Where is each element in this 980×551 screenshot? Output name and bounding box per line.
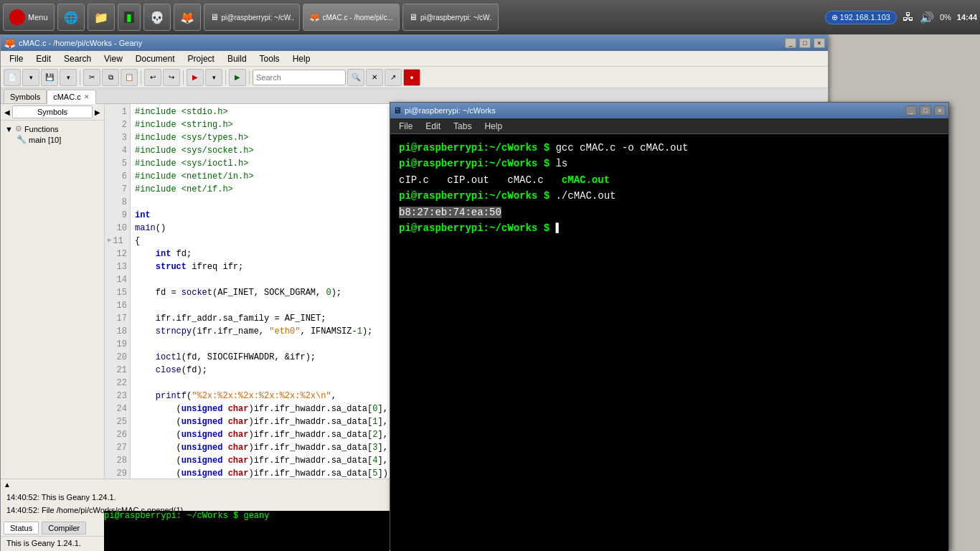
terminal-icon: ▮ [124,11,134,23]
terminal-line-6: pi@raspberrypi:~/cWorks $ ▌ [399,220,940,236]
terminal-window-title: pi@raspberrypi: ~/cWorks [405,106,903,115]
terminal-line-1: pi@raspberrypi:~/cWorks $ gcc cMAC.c -o … [399,140,940,156]
new-file-button[interactable]: 📄 [4,69,21,86]
cut-button[interactable]: ✂ [83,69,100,86]
task-tab-geany[interactable]: 🦊 cMAC.c - /home/pi/c... [303,4,400,31]
line-numbers: 12345 678910 ▶11 1213141516 1718192021 2… [105,104,131,479]
functions-item[interactable]: ▼ ⚙ Functions [4,123,101,134]
volume-icon: 🔊 [920,11,934,24]
geany-menubar: File Edit Search View Document Project B… [1,51,828,67]
maximize-button[interactable]: □ [799,38,811,48]
terminal2-line: pi@raspberrypi: ~/cWorks $ geany [104,511,390,521]
menu-button[interactable]: Menu [3,4,55,31]
menu-search[interactable]: Search [58,52,97,65]
build-button[interactable]: ▾ [205,69,222,86]
open-file-button[interactable]: ▾ [22,69,39,86]
cmac-tab-close[interactable]: ✕ [84,93,90,100]
menu-file[interactable]: File [4,52,29,65]
menu-view[interactable]: View [98,52,128,65]
terminal-content[interactable]: pi@raspberrypi:~/cWorks $ gcc cMAC.c -o … [390,134,948,551]
undo-button[interactable]: ↩ [144,69,161,86]
terminal1-button[interactable]: ▮ [118,4,141,31]
toolbar-sep1 [80,70,80,85]
save-all-button[interactable]: ▾ [60,69,77,86]
clock: 14:44 [957,13,977,22]
jump-to-button[interactable]: ↗ [385,69,402,86]
geany-icon-button[interactable]: 🦊 [174,4,201,31]
redo-button[interactable]: ↪ [163,69,180,86]
taskbar-right: ⊕ 192.168.1.103 🖧 🔊 0% 14:44 [825,11,977,24]
copy-button[interactable]: ⧉ [102,69,119,86]
clear-search-button[interactable]: ✕ [366,69,383,86]
sidebar-prev[interactable]: ◀ [2,107,12,117]
skull-icon: 💀 [150,11,164,24]
geany-window-title: cMAC.c - /home/pi/cWorks - Geany [19,39,782,47]
menu-project[interactable]: Project [182,52,220,65]
main-area: 🦊 cMAC.c - /home/pi/cWorks - Geany _ □ ×… [0,34,980,551]
folder-icon: 📁 [94,11,108,24]
terminal-maximize[interactable]: □ [920,105,931,116]
terminal-menu-help[interactable]: Help [479,120,508,133]
save-file-button[interactable]: 💾 [41,69,58,86]
network-status-icon: 🖧 [903,11,914,24]
functions-icon: ⚙ [15,124,22,133]
terminal-app-icon: 🖥 [393,105,402,116]
geany-toolbar: 📄 ▾ 💾 ▾ ✂ ⧉ 📋 ↩ ↪ ▶ ▾ ▶ 🔍 ✕ ↗ ● [1,67,828,88]
geany-app-icon: 🦊 [4,37,16,49]
terminal-menu-file[interactable]: File [393,120,418,133]
sidebar-symbols-tab[interactable]: Symbols [12,105,93,118]
task-tab-terminal1[interactable]: 🖥 pi@raspberrypi: ~/cW... [204,4,300,31]
menu-build[interactable]: Build [222,52,253,65]
terminal2: pi@raspberrypi: ~/cWorks $ geany [104,511,390,551]
menu-help[interactable]: Help [287,52,316,65]
globe-icon: 🌐 [64,11,78,24]
run-button[interactable]: ▶ [229,69,246,86]
menu-edit[interactable]: Edit [30,52,57,65]
terminal-close[interactable]: × [934,105,946,116]
filemanager-button[interactable]: 📁 [88,4,115,31]
terminal-window: 🖥 pi@raspberrypi: ~/cWorks _ □ × File Ed… [390,102,949,550]
toolbar-sep5 [249,70,250,85]
geany-taskbar-icon: 🦊 [309,12,320,22]
cmac-tab[interactable]: cMAC.c ✕ [47,90,96,104]
sidebar: ◀ Symbols ▶ ▼ ⚙ Functions 🔧 main [10] [1,104,105,479]
symbols-tab[interactable]: Symbols [4,89,47,103]
sidebar-tree: ▼ ⚙ Functions 🔧 main [10] [1,121,104,479]
raspberry-icon [9,9,25,25]
status-tab-status[interactable]: Status [4,522,39,534]
terminal-titlebar: 🖥 pi@raspberrypi: ~/cWorks _ □ × [390,103,948,118]
minimize-button[interactable]: _ [785,38,796,48]
geany-titlebar: 🦊 cMAC.c - /home/pi/cWorks - Geany _ □ × [1,35,828,51]
toolbar-sep4 [225,70,226,85]
terminal-menu-edit[interactable]: Edit [420,120,446,133]
menu-document[interactable]: Document [130,52,181,65]
menu-tools[interactable]: Tools [254,52,286,65]
volume-level: 0% [940,13,951,22]
network-ip-badge[interactable]: ⊕ 192.168.1.103 [825,11,897,24]
sidebar-header: ◀ Symbols ▶ [1,104,104,121]
terminal-minimize[interactable]: _ [905,105,917,116]
taskbar: Menu 🌐 📁 ▮ 💀 🦊 🖥 pi@raspberrypi: ~/cW...… [0,0,980,34]
browser-button[interactable]: 🌐 [57,4,85,31]
close-button[interactable]: × [814,38,825,48]
status-tab-compiler[interactable]: Compiler [42,522,86,534]
task-tab-terminal2[interactable]: 🖥 pi@raspberrypi: ~/cW... [402,4,499,31]
skull-button[interactable]: 💀 [143,4,171,31]
sidebar-next[interactable]: ▶ [93,107,103,117]
main-function-item[interactable]: 🔧 main [10] [4,134,101,145]
terminal-menu-tabs[interactable]: Tabs [448,120,477,133]
terminal-menubar: File Edit Tabs Help [390,118,948,134]
network-icon: ⊕ [831,13,840,22]
terminal2-taskbar-icon: 🖥 [409,12,418,22]
terminal-line-5: b8:27:eb:74:ea:50 [399,204,940,220]
color-picker-button[interactable]: ● [403,69,420,86]
geany-icon: 🦊 [180,11,194,24]
status-scroll-up[interactable]: ▲ [4,481,11,489]
paste-button[interactable]: 📋 [121,69,138,86]
terminal-taskbar-icon: 🖥 [210,12,219,22]
functions-label: Functions [24,125,59,133]
search-button[interactable]: 🔍 [347,69,364,86]
compile-button[interactable]: ▶ [187,69,204,86]
search-input[interactable] [253,70,346,85]
toolbar-sep3 [183,70,184,85]
